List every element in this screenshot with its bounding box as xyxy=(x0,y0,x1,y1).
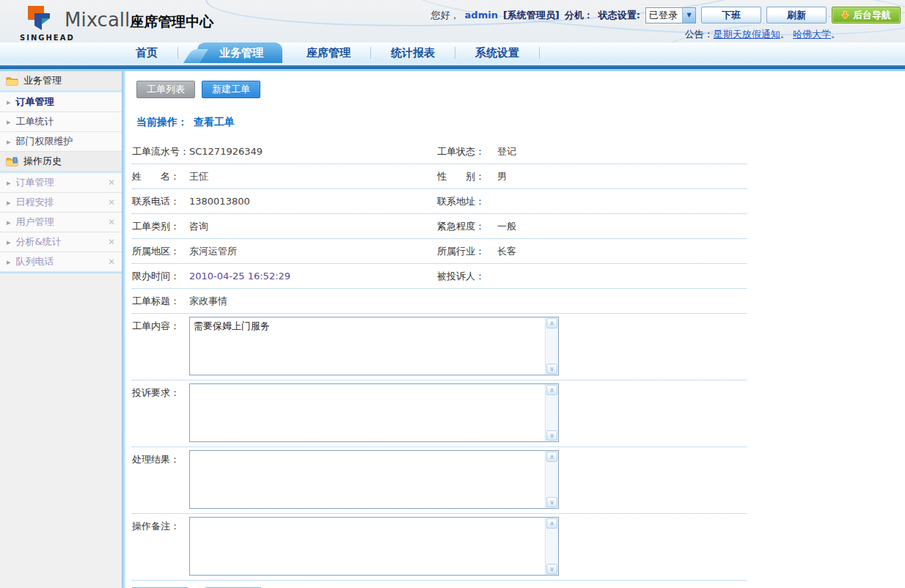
history-item-schedule[interactable]: ▸ 日程安排 ✕ xyxy=(0,193,122,213)
ticket-content-textarea[interactable]: 需要保姆上门服务 ∧ ∨ xyxy=(189,317,559,375)
textarea-text: 需要保姆上门服务 xyxy=(190,317,558,334)
field-label: 所属地区： xyxy=(132,239,180,263)
history-item-user-mgmt[interactable]: ▸ 用户管理 ✕ xyxy=(0,213,122,232)
bullet-icon: ▸ xyxy=(7,238,11,247)
sidebar-item-label: 工单统计 xyxy=(16,115,54,128)
sidebar: 业务管理 ▸ 订单管理 ▸ 工单统计 ▸ 部门权限维护 操作历史 ▸ 订单管理 … xyxy=(0,71,122,588)
scroll-up-icon[interactable]: ∧ xyxy=(546,452,557,462)
main-nav: 首页 业务管理 座席管理 统计报表 系统设置 xyxy=(0,43,905,63)
field-label: 所属行业： xyxy=(437,239,485,263)
history-item-label: 分析&统计 xyxy=(16,235,62,249)
close-icon[interactable]: ✕ xyxy=(108,257,115,267)
scrollbar[interactable]: ∧ ∨ xyxy=(545,451,558,508)
textarea-row: 投诉要求： ∧ ∨ xyxy=(132,381,747,447)
current-operation-value: 查看工单 xyxy=(194,116,235,128)
nav-item-system[interactable]: 系统设置 xyxy=(455,46,539,60)
nav-item-seat[interactable]: 座席管理 xyxy=(287,46,370,60)
field-label: 工单流水号： xyxy=(132,139,189,163)
bullet-icon: ▸ xyxy=(7,198,11,207)
history-item-label: 用户管理 xyxy=(16,216,54,229)
textarea-text xyxy=(190,518,558,522)
history-item-queue-call[interactable]: ▸ 队列电话 ✕ xyxy=(0,252,122,272)
bullet-icon: ▸ xyxy=(7,257,11,267)
folder-icon xyxy=(6,76,18,86)
field-label: 工单标题： xyxy=(132,289,180,313)
scroll-down-icon[interactable]: ∨ xyxy=(546,430,557,441)
handle-result-textarea[interactable]: ∧ ∨ xyxy=(189,450,559,509)
sidebar-section-title: 操作历史 xyxy=(23,155,62,168)
refresh-button[interactable]: 刷新 xyxy=(766,7,827,23)
user-toolbar: 您好， admin [系统管理员] 分机： 状态设置: 已登录 ▼ 下班 刷新 … xyxy=(431,7,901,23)
form-row: 所属地区： 东河运管所 所属行业： 长客 xyxy=(132,239,747,264)
sidebar-item-order-mgmt[interactable]: ▸ 订单管理 xyxy=(0,92,122,112)
sidebar-item-label: 部门权限维护 xyxy=(16,135,73,148)
nav-item-home[interactable]: 首页 xyxy=(116,46,177,60)
sidebar-item-ticket-stats[interactable]: ▸ 工单统计 xyxy=(0,112,122,132)
scrollbar[interactable]: ∧ ∨ xyxy=(545,317,558,375)
field-value-status: 登记 xyxy=(497,139,516,163)
greeting-text: 您好， xyxy=(431,9,460,22)
history-item-order-mgmt[interactable]: ▸ 订单管理 ✕ xyxy=(0,173,122,193)
nav-tab-business-active[interactable]: 业务管理 xyxy=(197,43,282,63)
sidebar-item-label: 订单管理 xyxy=(16,95,54,109)
field-label: 投诉要求： xyxy=(132,386,180,400)
close-icon[interactable]: ✕ xyxy=(108,177,115,188)
form-row: 姓 名： 王怔 性 别： 男 xyxy=(132,164,747,189)
form-row: 工单标题： 家政事情 xyxy=(132,289,747,314)
ticket-toolbar: 工单列表 新建工单 xyxy=(136,71,905,98)
field-label: 紧急程度： xyxy=(437,214,485,238)
status-select[interactable]: 已登录 ▼ xyxy=(645,7,696,23)
app-title-en: Mixcall xyxy=(65,9,130,31)
history-item-analysis[interactable]: ▸ 分析&统计 ✕ xyxy=(0,232,122,252)
field-label: 工单类别： xyxy=(132,214,180,238)
scrollbar[interactable]: ∧ ∨ xyxy=(545,384,558,441)
ticket-list-button[interactable]: 工单列表 xyxy=(136,81,195,98)
backstage-nav-label: 后台导航 xyxy=(853,9,891,22)
notice-bar: 公告：星期天放假通知。 哈佛大学。 xyxy=(685,28,840,41)
bullet-icon: ▸ xyxy=(7,98,11,107)
header: SINGHEAD Mixcall 座席管理中心 您好， admin [系统管理员… xyxy=(0,0,905,43)
field-label: 操作备注： xyxy=(132,520,180,533)
close-icon[interactable]: ✕ xyxy=(108,217,115,227)
backstage-nav-button[interactable]: 后台导航 xyxy=(832,7,901,23)
scroll-down-icon[interactable]: ∨ xyxy=(546,564,557,574)
notice-link-2[interactable]: 哈佛大学 xyxy=(793,29,831,40)
app-title-zh: 座席管理中心 xyxy=(130,12,213,32)
sidebar-section-business[interactable]: 业务管理 xyxy=(0,71,122,92)
history-item-label: 订单管理 xyxy=(16,176,54,189)
sidebar-section-history[interactable]: 操作历史 xyxy=(0,152,122,173)
sidebar-item-dept-permission[interactable]: ▸ 部门权限维护 xyxy=(0,132,122,152)
textarea-row: 工单内容： 需要保姆上门服务 ∧ ∨ xyxy=(132,314,747,381)
field-label: 联系电话： xyxy=(132,189,180,213)
notice-link-1[interactable]: 星期天放假通知 xyxy=(714,29,780,40)
field-label: 限办时间： xyxy=(132,264,180,288)
notice-sep-2: 。 xyxy=(831,29,840,40)
textarea-text xyxy=(190,384,558,389)
form-row: 工单流水号： SC1271926349 工单状态： 登记 xyxy=(132,139,747,164)
field-value-title: 家政事情 xyxy=(189,289,227,313)
status-value: 已登录 xyxy=(646,8,682,23)
close-icon[interactable]: ✕ xyxy=(108,197,115,207)
scrollbar[interactable]: ∧ ∨ xyxy=(545,518,558,575)
scroll-down-icon[interactable]: ∨ xyxy=(546,364,557,374)
username: admin xyxy=(465,10,498,21)
scroll-up-icon[interactable]: ∧ xyxy=(546,318,557,328)
bullet-icon: ▸ xyxy=(7,117,11,127)
field-label: 工单状态： xyxy=(437,139,485,163)
new-ticket-button[interactable]: 新建工单 xyxy=(202,81,260,98)
close-icon[interactable]: ✕ xyxy=(108,237,115,247)
field-value-region: 东河运管所 xyxy=(189,239,237,263)
bullet-icon: ▸ xyxy=(7,218,11,227)
scroll-down-icon[interactable]: ∨ xyxy=(546,497,557,507)
scroll-up-icon[interactable]: ∧ xyxy=(546,385,557,395)
scroll-up-icon[interactable]: ∧ xyxy=(546,518,557,529)
field-value-name: 王怔 xyxy=(189,164,208,188)
notice-label: 公告： xyxy=(685,29,714,40)
textarea-row: 处理结果： ∧ ∨ xyxy=(132,447,747,514)
operation-note-textarea[interactable]: ∧ ∨ xyxy=(189,517,559,576)
offwork-button[interactable]: 下班 xyxy=(701,7,761,23)
chevron-down-icon[interactable]: ▼ xyxy=(682,8,695,23)
complaint-request-textarea[interactable]: ∧ ∨ xyxy=(189,383,559,442)
form-row: 工单类别： 咨询 紧急程度： 一般 xyxy=(132,214,747,239)
nav-item-report[interactable]: 统计报表 xyxy=(371,46,455,60)
